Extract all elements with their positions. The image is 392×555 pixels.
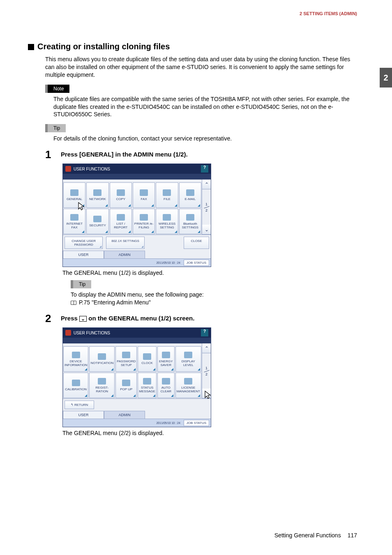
panel-label: DISPLAY LEVEL xyxy=(177,359,200,367)
panel-icon xyxy=(162,378,170,385)
mfp-panel-button[interactable]: WIRELESS SETTING xyxy=(156,209,178,234)
8021x-settings-button[interactable]: 802.1X SETTINGS xyxy=(106,237,144,249)
page-indicator: 1 2 xyxy=(202,353,211,389)
step2-number: 2 xyxy=(45,312,55,325)
mfp-panel-button[interactable]: CALIBRATION xyxy=(63,373,88,398)
mfp-panel-button[interactable]: INTERNET FAX xyxy=(63,209,85,234)
panel-label: LIST / REPORT xyxy=(111,222,131,229)
mfp-panel-button[interactable]: POP UP xyxy=(115,373,137,398)
mfp-panel-button[interactable]: DISPLAY LEVEL xyxy=(175,346,201,372)
panel-icon xyxy=(117,214,125,221)
section-bullet-icon xyxy=(28,44,34,50)
mfp-panel-button[interactable]: LIST / REPORT xyxy=(110,209,132,234)
panel-label: SECURITY xyxy=(89,223,106,227)
help-icon[interactable]: ? xyxy=(201,165,208,173)
panel-icon xyxy=(143,353,151,360)
tip1-body: For details of the cloning function, con… xyxy=(53,135,350,143)
panel-label: LICENSE MANAGEMENT xyxy=(177,386,200,393)
panel-icon xyxy=(98,353,106,360)
mfp-title-text: USER FUNCTIONS xyxy=(74,331,110,335)
panel-icon xyxy=(122,380,130,386)
page-indicator: 1 2 xyxy=(202,189,211,225)
panel-label: INTERNET FAX xyxy=(65,222,84,229)
mfp-panel-button[interactable]: DEVICE INFORMATION xyxy=(63,346,88,372)
close-button[interactable]: CLOSE xyxy=(184,237,209,249)
panel-label: E-MAIL xyxy=(184,197,196,201)
panel-icon xyxy=(122,352,130,358)
panel-icon xyxy=(93,216,101,222)
mfp-panel-button[interactable]: LICENSE MANAGEMENT xyxy=(175,373,201,398)
job-status-button[interactable]: JOB STATUS xyxy=(184,420,209,426)
panel-label: NOTIFICATION xyxy=(90,361,113,365)
panel-label: PASSWORD SETUP xyxy=(117,359,136,367)
panel-icon xyxy=(186,189,194,196)
mfp-screenshot-2: USER FUNCTIONS ? DEVICE INFORMATIONNOTIF… xyxy=(62,327,211,427)
panel-label: NETWORK xyxy=(89,197,106,201)
mfp-panel-button[interactable]: STATUS MESSAGE xyxy=(138,373,157,398)
mfp-logo-icon xyxy=(65,166,71,172)
tab-user[interactable]: USER xyxy=(63,251,104,258)
mfp-panel-button[interactable]: ENERGY SAVER xyxy=(157,346,175,372)
panel-label: CALIBRATION xyxy=(65,387,87,391)
mfp-panel-button[interactable]: SECURITY xyxy=(86,209,108,234)
panel-icon xyxy=(143,378,151,385)
panel-icon xyxy=(117,189,125,196)
mfp-screenshot-1: USER FUNCTIONS ? GENERALNETWORKCOPYFAXFI… xyxy=(62,164,211,267)
mfp-panel-button[interactable]: NOTIFICATION xyxy=(89,346,115,372)
panel-label: GENERAL xyxy=(67,197,82,201)
mfp-panel-button[interactable]: PRINTER /e-FILING xyxy=(133,209,155,234)
job-status-button[interactable]: JOB STATUS xyxy=(184,260,209,266)
scroll-up-button[interactable]: ⌃ xyxy=(202,343,211,353)
panel-icon xyxy=(72,380,80,386)
help-icon[interactable]: ? xyxy=(201,329,208,336)
tab-user[interactable]: USER xyxy=(63,411,104,419)
panel-label: Bluetooth SETTINGS xyxy=(180,222,200,229)
mfp-panel-button[interactable]: REGIST-RATION xyxy=(89,373,115,398)
mfp-panel-button[interactable]: Bluetooth SETTINGS xyxy=(179,209,201,234)
chapter-tab: 2 xyxy=(380,68,392,88)
return-button[interactable]: ↰ RETURN xyxy=(65,401,94,409)
mfp-panel-button[interactable]: CLOCK xyxy=(138,346,157,372)
panel-label: FILE xyxy=(164,197,171,201)
panel-icon xyxy=(163,189,171,196)
panel-icon xyxy=(93,189,101,196)
tab-admin[interactable]: ADMIN xyxy=(104,411,145,419)
step1-number: 1 xyxy=(45,148,55,161)
scroll-up-button[interactable]: ⌃ xyxy=(202,180,211,189)
mfp-panel-button[interactable]: E-MAIL xyxy=(179,182,201,208)
panel-icon xyxy=(163,214,171,221)
panel-label: CLOCK xyxy=(141,361,153,365)
note-label: Note xyxy=(45,85,69,93)
panel-label: WIRELESS SETTING xyxy=(157,222,177,229)
panel-icon xyxy=(98,378,106,385)
panel-label: DEVICE INFORMATION xyxy=(65,359,87,367)
panel-icon xyxy=(162,352,170,358)
mfp-panel-button[interactable]: COPY xyxy=(110,182,132,208)
scroll-down-button[interactable]: ⌄ xyxy=(202,389,211,398)
panel-icon xyxy=(70,214,78,221)
tip2-body: To display the ADMIN menu, see the follo… xyxy=(71,291,350,306)
timestamp: 2011/05/10 10 : 24 xyxy=(156,261,180,264)
note-body: The duplicate files are compatible with … xyxy=(53,95,350,119)
mfp-panel-button[interactable]: FAX xyxy=(133,182,155,208)
panel-icon xyxy=(140,189,148,196)
panel-label: POP UP xyxy=(120,387,132,391)
panel-icon xyxy=(186,214,194,221)
mfp-panel-button[interactable]: NETWORK xyxy=(86,182,108,208)
step2-result: The GENERAL menu (2/2) is displayed. xyxy=(62,430,350,436)
mfp-panel-button[interactable]: PASSWORD SETUP xyxy=(115,346,137,372)
step1-result: The GENERAL menu (1/2) is displayed. xyxy=(62,269,350,276)
mfp-panel-button[interactable]: GENERAL xyxy=(63,182,85,208)
mfp-panel-button[interactable]: AUTO CLEAR xyxy=(157,373,175,398)
book-icon xyxy=(71,301,76,305)
panel-icon xyxy=(70,189,78,196)
mfp-panel-button[interactable]: FILE xyxy=(156,182,178,208)
panel-label: AUTO CLEAR xyxy=(159,386,173,393)
panel-label: REGIST-RATION xyxy=(90,386,113,393)
scroll-down-button[interactable]: ⌄ xyxy=(202,225,211,235)
panel-icon xyxy=(140,214,148,221)
section-title: Creating or installing cloning files xyxy=(37,42,170,51)
tab-admin[interactable]: ADMIN xyxy=(104,251,145,258)
change-user-password-button[interactable]: CHANGE USER PASSWORD xyxy=(65,237,103,249)
step1-text: Press [GENERAL] in the ADMIN menu (1/2). xyxy=(61,148,188,161)
